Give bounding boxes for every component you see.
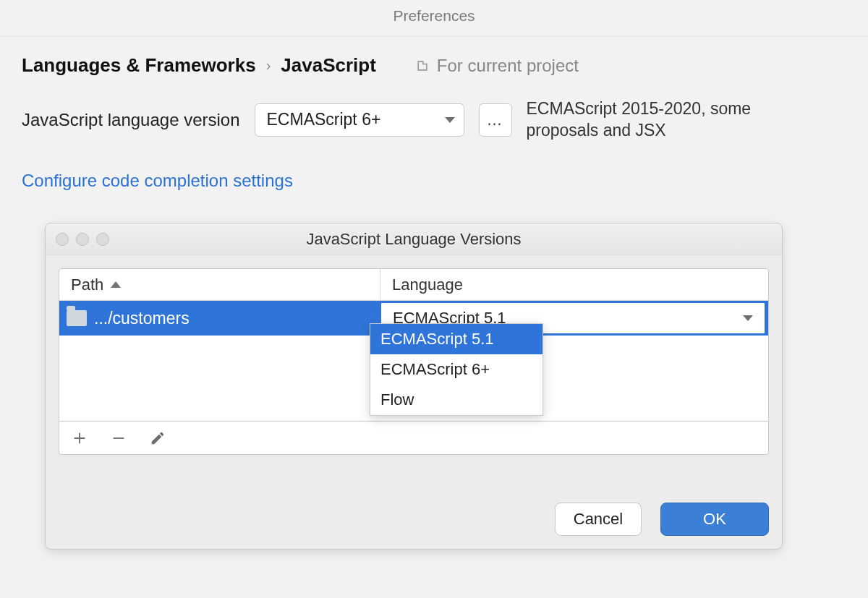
dropdown-option[interactable]: ECMAScript 5.1 — [370, 324, 542, 354]
dialog-footer: Cancel OK — [555, 503, 769, 536]
language-dropdown: ECMAScript 5.1 ECMAScript 6+ Flow — [370, 323, 543, 416]
zoom-window-button[interactable] — [96, 233, 109, 246]
folder-icon — [67, 310, 87, 326]
sort-ascending-icon — [111, 281, 121, 288]
dialog-titlebar: JavaScript Language Versions — [46, 223, 782, 255]
ellipsis-icon: … — [487, 111, 504, 129]
add-row-button[interactable] — [69, 428, 90, 448]
window-title: Preferences — [0, 0, 868, 37]
remove-row-button[interactable] — [109, 428, 129, 448]
minus-icon — [111, 430, 127, 446]
language-version-select[interactable]: ECMAScript 6+ — [255, 103, 464, 137]
cancel-button[interactable]: Cancel — [555, 503, 642, 536]
ok-button[interactable]: OK — [660, 503, 769, 536]
column-header-path[interactable]: Path — [59, 269, 380, 300]
dropdown-option[interactable]: Flow — [370, 385, 542, 415]
project-scope-icon — [415, 59, 430, 73]
pencil-icon — [150, 430, 166, 446]
breadcrumb-item-javascript[interactable]: JavaScript — [281, 54, 376, 77]
cell-path[interactable]: .../customers — [59, 301, 380, 336]
preferences-pane: Languages & Frameworks › JavaScript For … — [0, 37, 868, 242]
plus-icon — [72, 430, 88, 446]
language-version-value: ECMAScript 6+ — [267, 110, 381, 129]
dialog-window-controls — [56, 233, 109, 246]
close-window-button[interactable] — [56, 233, 69, 246]
chevron-right-icon: › — [266, 57, 271, 74]
table-header: Path Language — [59, 269, 768, 301]
column-header-path-label: Path — [71, 275, 103, 294]
table-toolbar — [59, 422, 769, 455]
column-header-language-label: Language — [392, 275, 463, 294]
dropdown-option[interactable]: ECMAScript 6+ — [370, 354, 542, 385]
chevron-down-icon — [445, 117, 455, 123]
chevron-down-icon — [743, 315, 753, 321]
language-version-row: JavaScript language version ECMAScript 6… — [22, 98, 846, 142]
configure-completion-link[interactable]: Configure code completion settings — [22, 171, 293, 191]
language-versions-dialog: JavaScript Language Versions Path Langua… — [45, 223, 783, 550]
cell-path-text: .../customers — [94, 309, 190, 328]
dialog-title: JavaScript Language Versions — [306, 230, 521, 249]
breadcrumb: Languages & Frameworks › JavaScript For … — [22, 54, 846, 77]
language-version-more-button[interactable]: … — [479, 103, 512, 137]
dialog-body: Path Language .../customers ECMAScript 5… — [46, 255, 782, 468]
column-header-language[interactable]: Language — [380, 275, 463, 294]
language-version-description: ECMAScript 2015-2020, some proposals and… — [527, 98, 773, 142]
language-version-label: JavaScript language version — [22, 110, 240, 130]
scope-label: For current project — [437, 56, 579, 76]
scope-badge: For current project — [415, 56, 579, 76]
minimize-window-button[interactable] — [76, 233, 89, 246]
edit-row-button[interactable] — [148, 428, 168, 448]
breadcrumb-item-languages[interactable]: Languages & Frameworks — [22, 54, 256, 77]
